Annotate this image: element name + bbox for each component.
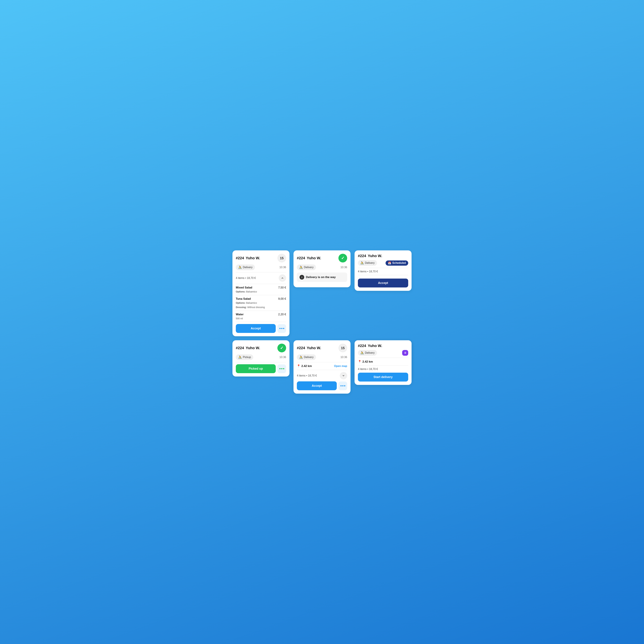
scheduled-badge-3: 📅 Scheduled [386,260,408,266]
customer-name-4: Yuho W. [246,346,260,350]
bike-icon-7: 🚴 [360,351,364,355]
location-icon-5: 📍 [297,364,300,368]
order-number-1: #224 [236,256,244,260]
km-row-5: 📍 2.42 km Open map [297,364,347,368]
action-row-4: Picked up [236,364,286,373]
info-box-2: i Delivery is on the way [297,273,347,282]
summary-1: 4 items • 18,70 € [236,277,256,280]
checkmark-icon-4: ✓ [280,346,283,350]
more-button-4[interactable] [277,364,286,373]
pickup-icon-4: 🚴 [238,355,242,359]
order-number-7: #224 [358,344,366,348]
accept-button-3[interactable]: Accept [358,279,408,287]
pickup-tag-4: 🚴 Pickup [236,354,253,360]
card-order-1: #224 Yuho W. 15 🚴 Delivery 10:36 4 items… [232,250,289,336]
card-order-4: #224 Yuho W. ✓ 🚴 Pickup 10:36 Picked up [232,340,289,377]
item-row-2: Tuna Salad 9,00 € [236,297,286,301]
km-row-7: 📍 2.42 km [358,360,408,363]
item-row-3: Water 2,20 € [236,313,286,316]
bike-icon-1: 🚴 [238,265,242,269]
item-row-1: Mixed Salad 7,50 € [236,286,286,289]
card-order-2: #224 Yuho W. ✓ 🚴 Delivery 10:36 i Delive… [293,250,351,287]
bike-icon-5: 🚴 [299,355,303,359]
bike-icon-2: 🚴 [299,265,303,269]
badge-check-2: ✓ [338,254,347,262]
pickup-button-4[interactable]: Picked up [236,364,276,373]
time-4: 10:36 [279,356,286,359]
delivery-tag-2: 🚴 Delivery [297,264,316,270]
purple-tag-7: 🖥 [402,350,408,356]
card-5-header: #224 Yuho W. 15 [297,344,347,352]
km-text-5: 📍 2.42 km [297,364,312,368]
card-order-3: #224 Yuho W. 🚴 Delivery 📅 Scheduled 4 it… [355,250,412,291]
badge-count-1: 15 [277,254,286,262]
customer-name-1: Yuho W. [246,256,260,260]
card-2-header: #224 Yuho W. ✓ [297,254,347,262]
order-number-4: #224 [236,346,244,350]
card-order-5: #224 Yuho W. 15 🚴 Delivery 10:36 📍 2.42 … [293,340,351,394]
time-2: 10:36 [340,266,347,269]
open-map-5[interactable]: Open map [334,365,347,368]
screen-icon-7: 🖥 [404,351,407,354]
bike-icon-3: 🚴 [360,261,364,265]
delivery-tag-7: 🚴 Delivery [358,350,377,356]
km-text-7: 📍 2.42 km [358,360,373,363]
badge-check-4: ✓ [277,344,286,352]
delivery-tag-5: 🚴 Delivery [297,354,316,360]
order-number-5: #224 [297,346,305,350]
summary-7: 4 items • 18,70 € [358,368,408,371]
order-number-2: #224 [297,256,305,260]
card-7-header: #224 Yuho W. [358,344,408,348]
checkmark-icon-2: ✓ [341,256,344,260]
info-icon-2: i [300,275,304,280]
expand-button-5[interactable] [340,372,347,379]
accept-button-5[interactable]: Accept [297,381,337,390]
card-1-header: #224 Yuho W. 15 [236,254,286,262]
summary-3: 4 items • 18,70 € [358,270,378,273]
dots-icon-5 [340,385,345,386]
main-grid: #224 Yuho W. 15 🚴 Delivery 10:36 4 items… [232,250,412,394]
order-number-3: #224 [358,254,366,258]
action-row-1: Accept [236,324,286,333]
calendar-icon-3: 📅 [388,261,391,265]
customer-name-3: Yuho W. [368,254,382,258]
dots-icon-4 [279,368,284,369]
more-button-1[interactable] [277,324,286,333]
customer-name-5: Yuho W. [307,346,321,350]
customer-name-2: Yuho W. [307,256,321,260]
collapse-button-1[interactable] [279,274,286,282]
item-list-1: Mixed Salad 7,50 € Options: Balsamico Tu… [236,286,286,320]
delivery-tag-3: 🚴 Delivery [358,260,377,266]
time-5: 10:36 [340,356,347,359]
card-4-header: #224 Yuho W. ✓ [236,344,286,352]
customer-name-7: Yuho W. [368,344,382,348]
delivery-tag-1: 🚴 Delivery [236,264,255,270]
start-delivery-button-7[interactable]: Start delivery [358,373,408,382]
action-row-5: Accept [297,381,347,390]
location-icon-7: 📍 [358,360,361,363]
card-3-header: #224 Yuho W. [358,254,408,258]
info-message-2: Delivery is on the way [306,276,336,279]
time-1: 10:36 [279,266,286,269]
more-button-5[interactable] [338,382,347,390]
badge-count-5: 15 [338,344,347,352]
dots-icon-1 [279,328,284,329]
accept-button-1[interactable]: Accept [236,324,276,333]
card-order-7: #224 Yuho W. 🚴 Delivery 🖥 📍 2.42 km 4 it… [355,340,412,385]
summary-5: 4 items • 18,70 € [297,374,317,377]
